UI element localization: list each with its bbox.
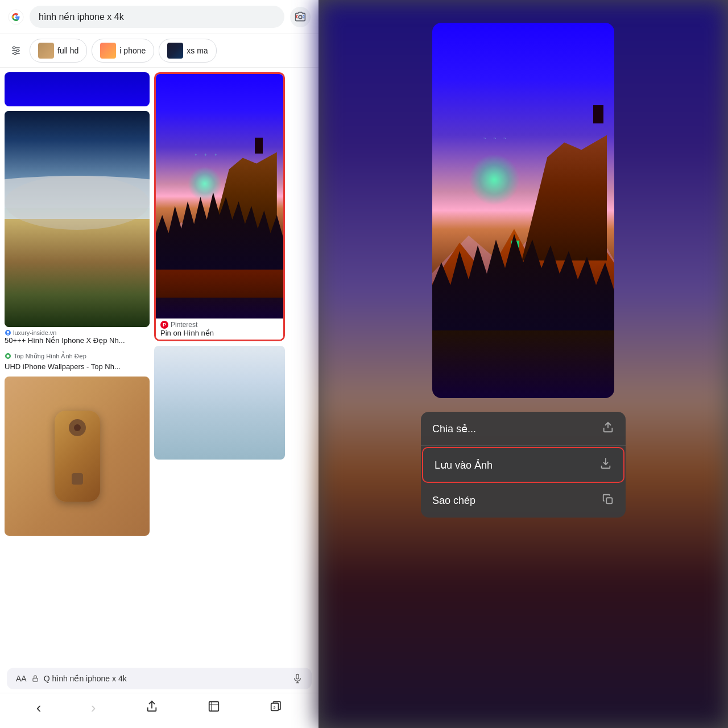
- left-panel: G hình nền iphone x 4k: [0, 0, 318, 728]
- pinterest-source-name: Pinterest: [171, 321, 197, 329]
- chip-thumb-xsmax: [167, 43, 183, 59]
- context-menu: Chia sẻ... Lưu vào Ảnh Sao chép: [421, 412, 626, 518]
- grid-col-left: luxury-inside.vn 50+++ Hình Nền Iphone X…: [5, 72, 150, 660]
- source-name-2: Top Những Hình Ảnh Đẹp: [14, 353, 86, 360]
- full-image-display[interactable]: ~ ~ ~: [432, 23, 614, 398]
- chip-label-xsmax: xs ma: [187, 46, 208, 55]
- tabs-icon: 2: [270, 700, 282, 713]
- tabs-button[interactable]: 2: [270, 700, 282, 716]
- svg-rect-22: [606, 498, 612, 503]
- save-image-icon: [599, 457, 612, 473]
- moon-glow-full: [469, 154, 520, 205]
- wallpaper-preview: ✦ ✦ ✦: [156, 74, 283, 318]
- forward-button[interactable]: ›: [91, 699, 96, 717]
- google-maps-icon: [5, 329, 11, 336]
- bookmarks-button[interactable]: [208, 700, 220, 716]
- result-item-uhd[interactable]: Top Những Hình Ảnh Đẹp UHD iPhone Wallpa…: [5, 353, 150, 372]
- sliders-icon: [10, 45, 22, 56]
- chip-thumb-iphone: [100, 43, 116, 59]
- save-image-label: Lưu vào Ảnh: [435, 459, 493, 471]
- svg-point-12: [7, 355, 10, 358]
- search-bar: G hình nền iphone x 4k: [0, 0, 318, 34]
- highlighted-wallpaper-thumb[interactable]: ✦ ✦ ✦ P Pinterest Pin on Hình nền: [154, 72, 285, 341]
- camera-icon: [295, 11, 306, 23]
- copy-label: Sao chép: [432, 495, 475, 507]
- share-button[interactable]: [146, 700, 158, 716]
- svg-point-7: [16, 49, 19, 52]
- google-icon-2: [5, 353, 11, 359]
- svg-point-6: [13, 47, 15, 49]
- result-item-aerial[interactable]: luxury-inside.vn 50+++ Hình Nền Iphone X…: [5, 111, 150, 346]
- camera-search-button[interactable]: [290, 7, 311, 27]
- source-line-1: luxury-inside.vn: [5, 329, 150, 336]
- aerial-thumb: [5, 111, 150, 327]
- filter-bar: full hd i phone xs ma: [0, 34, 318, 68]
- copy-icon: [602, 493, 614, 508]
- right-panel: ~ ~ ~ Chia sẻ... Lưu vào Ảnh: [318, 0, 728, 728]
- wallpaper-full: ~ ~ ~: [432, 23, 614, 398]
- svg-rect-14: [296, 675, 299, 679]
- chip-thumb-fullhd: [38, 43, 54, 59]
- filter-options-button[interactable]: [7, 42, 25, 60]
- image-grid: luxury-inside.vn 50+++ Hình Nền Iphone X…: [0, 68, 318, 664]
- context-menu-share[interactable]: Chia sẻ...: [421, 412, 626, 446]
- back-button[interactable]: ‹: [36, 699, 42, 717]
- bookmarks-icon: [208, 700, 220, 713]
- phone-case-thumb: [55, 411, 100, 502]
- share-label: Chia sẻ...: [432, 423, 476, 435]
- source-name-1: luxury-inside.vn: [13, 329, 56, 336]
- url-text: Q hình nền iphone x 4k: [44, 674, 288, 683]
- pinterest-source-row: P Pinterest: [160, 321, 279, 329]
- svg-point-10: [7, 331, 9, 333]
- url-text-content: Q hình nền iphone x 4k: [44, 674, 127, 683]
- share-icon: [602, 421, 614, 436]
- filter-chip-fullhd[interactable]: full hd: [30, 39, 87, 63]
- share-nav-icon: [146, 700, 158, 713]
- aa-label: AA: [16, 674, 27, 683]
- url-bar[interactable]: AA Q hình nền iphone x 4k: [7, 668, 312, 689]
- search-input-box[interactable]: hình nền iphone x 4k: [30, 6, 284, 28]
- svg-rect-13: [33, 678, 38, 681]
- result-title-2: UHD iPhone Wallpapers - Top Nh...: [5, 362, 150, 372]
- save-icon-svg: [599, 457, 612, 470]
- hiker-figure: [255, 138, 263, 154]
- share-icon-svg: [602, 421, 614, 433]
- svg-point-8: [14, 52, 16, 55]
- lock-icon: [31, 675, 39, 682]
- copy-icon-svg: [602, 493, 614, 506]
- chip-label-iphone: i phone: [119, 46, 146, 55]
- phone-case-image[interactable]: [5, 377, 150, 536]
- context-menu-copy[interactable]: Sao chép: [421, 484, 626, 518]
- grid-col-right: ✦ ✦ ✦ P Pinterest Pin on Hình nền: [154, 72, 314, 660]
- gray-cloud-thumb[interactable]: [154, 346, 285, 460]
- chip-label-fullhd: full hd: [57, 46, 78, 55]
- filter-chip-iphone[interactable]: i phone: [92, 39, 154, 63]
- context-menu-save-image[interactable]: Lưu vào Ảnh: [422, 447, 624, 483]
- search-query-text: hình nền iphone x 4k: [39, 11, 124, 22]
- result-title-1: 50+++ Hình Nền Iphone X Đẹp Nh...: [5, 336, 150, 346]
- blue-partial-image[interactable]: [5, 72, 150, 106]
- google-logo: G: [8, 9, 24, 25]
- birds-full: ~ ~ ~: [483, 135, 510, 141]
- source-line-2: Top Những Hình Ảnh Đẹp: [5, 353, 150, 360]
- mic-icon[interactable]: [292, 673, 303, 684]
- svg-point-2: [299, 15, 302, 19]
- hiker-full: [593, 105, 603, 123]
- bottom-nav: ‹ › 2: [0, 693, 318, 728]
- pinterest-info: P Pinterest Pin on Hình nền: [156, 318, 283, 340]
- filter-chip-xsmax[interactable]: xs ma: [159, 39, 216, 63]
- birds-decoration: ✦ ✦ ✦: [194, 152, 220, 158]
- pinterest-title: Pin on Hình nền: [160, 329, 279, 337]
- svg-rect-17: [209, 701, 219, 711]
- svg-text:2: 2: [274, 705, 276, 710]
- pinterest-icon: P: [160, 321, 168, 329]
